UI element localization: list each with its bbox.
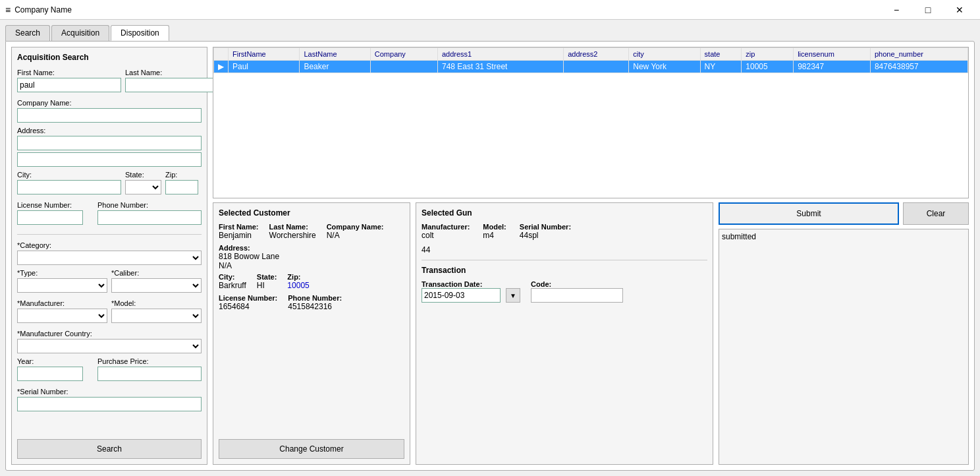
purchase-price-input[interactable] xyxy=(97,367,202,381)
code-input[interactable] xyxy=(531,288,623,303)
caliber-select[interactable] xyxy=(111,278,202,293)
gun-model-label: Model: xyxy=(483,223,506,231)
col-firstname: FirstName xyxy=(229,48,300,61)
selected-customer-panel: Selected Customer First Name: Benjamin L… xyxy=(213,202,410,465)
first-name-label: First Name: xyxy=(17,69,121,76)
customer-state-label: State: xyxy=(257,273,277,281)
customer-zip-value: 10005 xyxy=(287,281,309,290)
gun-manufacturer-value: colt xyxy=(422,231,470,240)
caliber-label: *Caliber: xyxy=(111,269,202,277)
table-row[interactable]: ▶PaulBeaker748 East 31 StreetNew YorkNY1… xyxy=(214,61,968,73)
title-bar: ≡ Company Name − □ ✕ xyxy=(0,0,980,20)
customer-companyname-label: Company Name: xyxy=(327,223,384,231)
serial-number-input[interactable] xyxy=(17,397,202,411)
gun-extra-value: 44 xyxy=(422,245,707,254)
customer-address-label: Address: xyxy=(219,244,404,252)
date-picker-button[interactable]: ▼ xyxy=(506,288,520,303)
phone-label: Phone Number: xyxy=(97,201,202,209)
year-label: Year: xyxy=(17,357,94,365)
customer-phone-label: Phone Number: xyxy=(288,294,342,302)
state-label: State: xyxy=(125,171,161,179)
first-name-input[interactable] xyxy=(17,78,121,92)
type-label: *Type: xyxy=(17,269,107,277)
address2-input[interactable] xyxy=(17,152,202,167)
serial-number-label: *Serial Number: xyxy=(17,388,202,396)
customer-city-label: City: xyxy=(219,273,246,281)
col-company: Company xyxy=(370,48,437,61)
customer-companyname-value: N/A xyxy=(327,231,384,240)
customer-phone-value: 4515842316 xyxy=(288,302,342,311)
col-address2: address2 xyxy=(564,48,629,61)
customer-license-value: 1654684 xyxy=(219,302,277,311)
manufacturer-country-label: *Manufacturer Country: xyxy=(17,330,202,338)
transaction-title: Transaction xyxy=(422,266,707,275)
model-label: *Model: xyxy=(111,299,202,307)
gun-model-value: m4 xyxy=(483,231,506,240)
submit-button[interactable]: Submit xyxy=(719,202,899,225)
category-label: *Category: xyxy=(17,241,202,249)
customer-firstname-value: Benjamin xyxy=(219,231,259,240)
submit-panel: Submit Clear submitted xyxy=(719,202,969,465)
clear-button[interactable]: Clear xyxy=(903,202,969,225)
address-label: Address: xyxy=(17,127,202,134)
customer-city-value: Barkruff xyxy=(219,281,246,290)
close-button[interactable]: ✕ xyxy=(944,0,975,20)
city-input[interactable] xyxy=(17,180,121,194)
license-label: License Number: xyxy=(17,201,94,209)
state-select[interactable] xyxy=(125,180,161,194)
minimize-button[interactable]: − xyxy=(881,0,912,20)
search-button[interactable]: Search xyxy=(17,439,202,459)
col-state: state xyxy=(700,48,742,61)
col-licensenum: licensenum xyxy=(794,48,871,61)
change-customer-button[interactable]: Change Customer xyxy=(219,439,404,459)
phone-input[interactable] xyxy=(97,210,202,225)
purchase-price-label: Purchase Price: xyxy=(97,357,202,365)
year-input[interactable] xyxy=(17,367,83,381)
tab-acquisition[interactable]: Acquisition xyxy=(51,25,109,41)
gun-manufacturer-label: Manufacturer: xyxy=(422,223,470,231)
customer-address-value: 818 Bowow Lane xyxy=(219,252,404,261)
license-input[interactable] xyxy=(17,210,83,225)
selected-customer-title: Selected Customer xyxy=(219,208,404,218)
customer-lastname-label: Last Name: xyxy=(269,223,316,231)
company-name-input[interactable] xyxy=(17,108,202,123)
col-lastname: LastName xyxy=(300,48,370,61)
company-name-label: Company Name: xyxy=(17,99,202,107)
selected-gun-panel: Selected Gun Manufacturer: colt Model: m… xyxy=(416,202,713,465)
bottom-section: Selected Customer First Name: Benjamin L… xyxy=(213,202,969,465)
col-address1: address1 xyxy=(437,48,563,61)
status-textarea[interactable]: submitted xyxy=(719,229,969,465)
category-select[interactable] xyxy=(17,251,202,265)
col-arrow xyxy=(214,48,229,61)
panel-title: Acquisition Search xyxy=(17,53,202,62)
address1-input[interactable] xyxy=(17,136,202,150)
right-panel: FirstName LastName Company address1 addr… xyxy=(213,47,969,465)
model-select[interactable] xyxy=(111,309,202,323)
transaction-date-input[interactable] xyxy=(422,288,501,303)
transaction-date-label: Transaction Date: xyxy=(422,280,520,288)
customer-firstname-label: First Name: xyxy=(219,223,259,231)
customer-license-label: License Number: xyxy=(219,294,277,302)
type-select[interactable] xyxy=(17,278,107,293)
customer-address2-value: N/A xyxy=(219,261,404,270)
zip-input[interactable] xyxy=(165,180,198,194)
maximize-button[interactable]: □ xyxy=(913,0,943,20)
gun-serial-label: Serial Number: xyxy=(520,223,571,231)
customer-zip-label: Zip: xyxy=(287,273,309,281)
manufacturer-select[interactable] xyxy=(17,309,107,323)
app-title: Company Name xyxy=(14,5,72,15)
zip-label: Zip: xyxy=(165,171,202,179)
results-table-container[interactable]: FirstName LastName Company address1 addr… xyxy=(213,47,969,198)
tab-bar: Search Acquisition Disposition xyxy=(5,25,975,41)
tab-disposition[interactable]: Disposition xyxy=(111,25,169,41)
left-panel: Acquisition Search First Name: Last Name… xyxy=(11,47,207,465)
col-phone: phone_number xyxy=(870,48,967,61)
tab-search[interactable]: Search xyxy=(5,25,50,41)
customer-state-value: HI xyxy=(257,281,277,290)
manufacturer-label: *Manufacturer: xyxy=(17,299,107,307)
results-table: FirstName LastName Company address1 addr… xyxy=(213,47,968,73)
app-icon: ≡ xyxy=(5,5,11,15)
manufacturer-country-select[interactable] xyxy=(17,339,202,353)
code-label: Code: xyxy=(531,280,623,288)
col-zip: zip xyxy=(742,48,794,61)
